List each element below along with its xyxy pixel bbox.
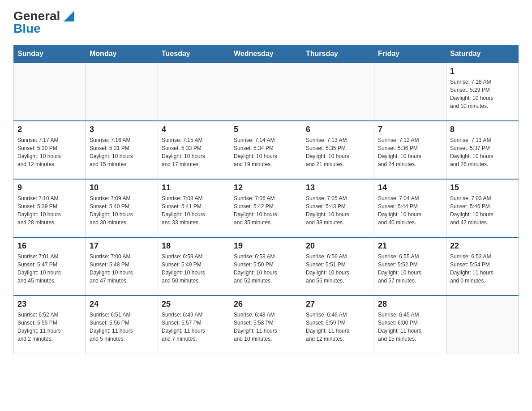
day-number: 16 — [17, 241, 82, 251]
table-row: 15Sunrise: 7:03 AMSunset: 5:46 PMDayligh… — [446, 179, 519, 237]
day-number: 4 — [162, 125, 226, 134]
day-info: Sunrise: 6:45 AMSunset: 6:00 PMDaylight:… — [378, 311, 442, 343]
day-info: Sunrise: 6:51 AMSunset: 5:56 PMDaylight:… — [90, 311, 154, 343]
table-row: 6Sunrise: 7:13 AMSunset: 5:35 PMDaylight… — [302, 121, 374, 179]
table-row: 16Sunrise: 7:01 AMSunset: 5:47 PMDayligh… — [14, 237, 86, 295]
table-row: 14Sunrise: 7:04 AMSunset: 5:44 PMDayligh… — [374, 179, 446, 237]
table-row — [230, 63, 302, 121]
day-number: 13 — [306, 183, 370, 193]
day-info: Sunrise: 7:01 AMSunset: 5:47 PMDaylight:… — [17, 253, 82, 285]
day-number: 5 — [234, 125, 298, 134]
day-number: 28 — [378, 300, 442, 309]
day-info: Sunrise: 7:18 AMSunset: 5:29 PMDaylight:… — [450, 78, 515, 110]
day-info: Sunrise: 6:56 AMSunset: 5:51 PMDaylight:… — [306, 253, 370, 285]
day-info: Sunrise: 7:10 AMSunset: 5:39 PMDaylight:… — [17, 194, 82, 227]
day-number: 19 — [234, 241, 298, 251]
day-number: 21 — [378, 241, 442, 251]
day-info: Sunrise: 7:13 AMSunset: 5:35 PMDaylight:… — [306, 136, 370, 168]
logo-blue-text: Blue — [13, 21, 41, 36]
day-info: Sunrise: 7:17 AMSunset: 5:30 PMDaylight:… — [17, 136, 82, 168]
calendar-table: Sunday Monday Tuesday Wednesday Thursday… — [13, 45, 519, 354]
day-number: 11 — [162, 183, 226, 193]
table-row: 5Sunrise: 7:14 AMSunset: 5:34 PMDaylight… — [230, 121, 302, 179]
table-row: 24Sunrise: 6:51 AMSunset: 5:56 PMDayligh… — [86, 295, 158, 354]
table-row: 13Sunrise: 7:05 AMSunset: 5:43 PMDayligh… — [302, 179, 374, 237]
day-info: Sunrise: 6:52 AMSunset: 5:55 PMDaylight:… — [17, 311, 82, 343]
day-number: 12 — [234, 183, 298, 193]
table-row — [374, 63, 446, 121]
svg-marker-0 — [64, 11, 74, 21]
col-wednesday: Wednesday — [230, 45, 302, 63]
day-info: Sunrise: 7:08 AMSunset: 5:41 PMDaylight:… — [162, 194, 226, 227]
day-info: Sunrise: 6:48 AMSunset: 5:58 PMDaylight:… — [234, 311, 298, 343]
table-row: 19Sunrise: 6:58 AMSunset: 5:50 PMDayligh… — [230, 237, 302, 295]
day-info: Sunrise: 6:53 AMSunset: 5:54 PMDaylight:… — [450, 253, 515, 285]
col-sunday: Sunday — [14, 45, 86, 63]
table-row: 12Sunrise: 7:06 AMSunset: 5:42 PMDayligh… — [230, 179, 302, 237]
day-info: Sunrise: 7:04 AMSunset: 5:44 PMDaylight:… — [378, 194, 442, 227]
day-number: 25 — [162, 300, 226, 309]
table-row: 28Sunrise: 6:45 AMSunset: 6:00 PMDayligh… — [374, 295, 446, 354]
day-info: Sunrise: 7:15 AMSunset: 5:33 PMDaylight:… — [162, 136, 226, 168]
day-number: 18 — [162, 241, 226, 251]
table-row — [86, 63, 158, 121]
col-monday: Monday — [86, 45, 158, 63]
header: General Blue — [13, 9, 519, 36]
day-number: 1 — [450, 67, 515, 76]
day-number: 26 — [234, 300, 298, 309]
table-row: 2Sunrise: 7:17 AMSunset: 5:30 PMDaylight… — [14, 121, 86, 179]
day-number: 15 — [450, 183, 515, 193]
day-number: 14 — [378, 183, 442, 193]
day-info: Sunrise: 6:58 AMSunset: 5:50 PMDaylight:… — [234, 253, 298, 285]
day-info: Sunrise: 7:09 AMSunset: 5:40 PMDaylight:… — [90, 194, 154, 227]
day-number: 24 — [90, 300, 154, 309]
table-row: 4Sunrise: 7:15 AMSunset: 5:33 PMDaylight… — [158, 121, 230, 179]
day-number: 22 — [450, 241, 515, 251]
table-row: 23Sunrise: 6:52 AMSunset: 5:55 PMDayligh… — [14, 295, 86, 354]
table-row: 21Sunrise: 6:55 AMSunset: 5:52 PMDayligh… — [374, 237, 446, 295]
table-row: 22Sunrise: 6:53 AMSunset: 5:54 PMDayligh… — [446, 237, 519, 295]
table-row: 9Sunrise: 7:10 AMSunset: 5:39 PMDaylight… — [14, 179, 86, 237]
table-row: 20Sunrise: 6:56 AMSunset: 5:51 PMDayligh… — [302, 237, 374, 295]
day-number: 6 — [306, 125, 370, 134]
day-info: Sunrise: 7:00 AMSunset: 5:48 PMDaylight:… — [90, 253, 154, 285]
day-number: 2 — [17, 125, 82, 134]
day-number: 7 — [378, 125, 442, 134]
day-number: 3 — [90, 125, 154, 134]
table-row: 11Sunrise: 7:08 AMSunset: 5:41 PMDayligh… — [158, 179, 230, 237]
table-row — [14, 63, 86, 121]
day-info: Sunrise: 7:05 AMSunset: 5:43 PMDaylight:… — [306, 194, 370, 227]
day-info: Sunrise: 7:16 AMSunset: 5:31 PMDaylight:… — [90, 136, 154, 168]
day-info: Sunrise: 6:59 AMSunset: 5:49 PMDaylight:… — [162, 253, 226, 285]
day-number: 17 — [90, 241, 154, 251]
table-row: 25Sunrise: 6:49 AMSunset: 5:57 PMDayligh… — [158, 295, 230, 354]
day-info: Sunrise: 7:12 AMSunset: 5:36 PMDaylight:… — [378, 136, 442, 168]
table-row: 17Sunrise: 7:00 AMSunset: 5:48 PMDayligh… — [86, 237, 158, 295]
day-number: 20 — [306, 241, 370, 251]
calendar-body: 1Sunrise: 7:18 AMSunset: 5:29 PMDaylight… — [14, 63, 519, 354]
table-row: 7Sunrise: 7:12 AMSunset: 5:36 PMDaylight… — [374, 121, 446, 179]
day-info: Sunrise: 6:46 AMSunset: 5:59 PMDaylight:… — [306, 311, 370, 343]
day-number: 9 — [17, 183, 82, 193]
table-row: 18Sunrise: 6:59 AMSunset: 5:49 PMDayligh… — [158, 237, 230, 295]
table-row: 27Sunrise: 6:46 AMSunset: 5:59 PMDayligh… — [302, 295, 374, 354]
day-info: Sunrise: 7:14 AMSunset: 5:34 PMDaylight:… — [234, 136, 298, 168]
col-tuesday: Tuesday — [158, 45, 230, 63]
day-info: Sunrise: 7:11 AMSunset: 5:37 PMDaylight:… — [450, 136, 515, 168]
table-row — [302, 63, 374, 121]
table-row: 26Sunrise: 6:48 AMSunset: 5:58 PMDayligh… — [230, 295, 302, 354]
table-row — [158, 63, 230, 121]
day-number: 10 — [90, 183, 154, 193]
table-row: 10Sunrise: 7:09 AMSunset: 5:40 PMDayligh… — [86, 179, 158, 237]
col-friday: Friday — [374, 45, 446, 63]
logo: General Blue — [13, 9, 76, 36]
day-info: Sunrise: 7:06 AMSunset: 5:42 PMDaylight:… — [234, 194, 298, 227]
day-number: 23 — [17, 300, 82, 309]
day-info: Sunrise: 6:49 AMSunset: 5:57 PMDaylight:… — [162, 311, 226, 343]
table-row — [446, 295, 519, 354]
day-info: Sunrise: 6:55 AMSunset: 5:52 PMDaylight:… — [378, 253, 442, 285]
table-row: 3Sunrise: 7:16 AMSunset: 5:31 PMDaylight… — [86, 121, 158, 179]
day-info: Sunrise: 7:03 AMSunset: 5:46 PMDaylight:… — [450, 194, 515, 227]
calendar-header: Sunday Monday Tuesday Wednesday Thursday… — [14, 45, 519, 63]
day-number: 8 — [450, 125, 515, 134]
